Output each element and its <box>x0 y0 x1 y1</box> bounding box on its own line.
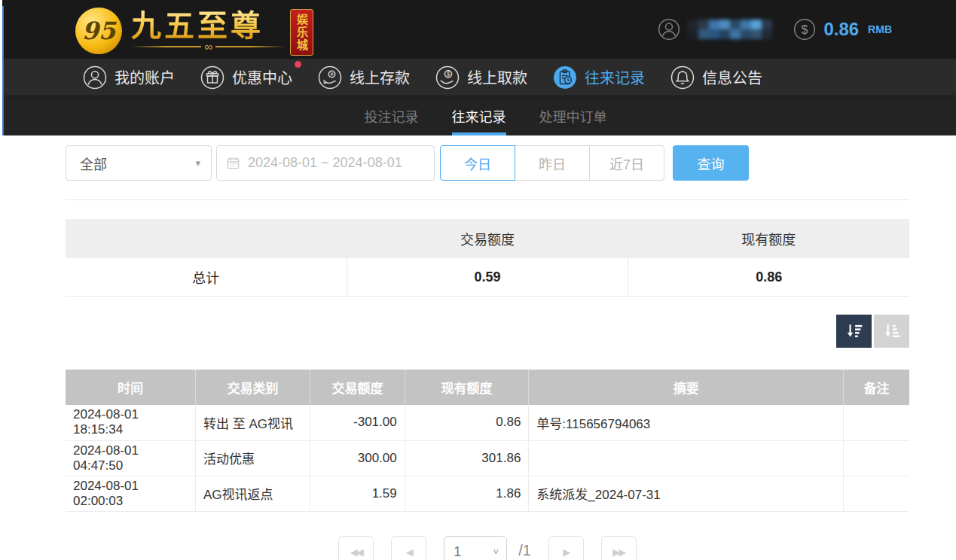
last7days-button[interactable]: 近7日 <box>589 145 664 181</box>
nav-label: 线上存款 <box>350 66 410 88</box>
nav-item-my-account[interactable]: 我的账户 <box>83 65 175 90</box>
gift-icon <box>200 65 224 90</box>
cell-note <box>844 405 909 440</box>
records-icon <box>553 65 577 90</box>
cell-amount: 1.59 <box>310 476 405 511</box>
user-circle-icon <box>83 65 107 90</box>
type-select-value: 全部 <box>80 154 107 173</box>
quick-date-buttons: 今日 昨日 近7日 <box>440 145 664 181</box>
summary-transaction-amount: 0.59 <box>347 258 629 296</box>
svg-text:¥: ¥ <box>329 71 334 78</box>
notification-dot <box>295 61 301 68</box>
cell-note <box>844 476 909 511</box>
nav-item-promotions[interactable]: 优惠中心 <box>200 65 292 90</box>
chevron-down-icon: ˅ <box>493 546 499 558</box>
today-button[interactable]: 今日 <box>440 145 515 181</box>
cell-summary: 单号:115656794063 <box>529 405 844 440</box>
type-select[interactable]: 全部 ▾ <box>66 145 212 181</box>
cell-summary: 系统派发_2024-07-31 <box>529 476 844 511</box>
prev-page-button[interactable]: ◀ <box>391 536 426 560</box>
logo-emblem-icon: 95 <box>75 8 122 54</box>
date-range-input[interactable]: 2024-08-01 ~ 2024-08-01 <box>216 145 435 181</box>
user-icon <box>658 18 680 41</box>
nav-label: 优惠中心 <box>232 66 292 88</box>
table-row: 2024-08-01 04:47:50 活动优惠 300.00 301.86 <box>66 440 909 476</box>
logo-text: 九五至尊 ∞ <box>131 9 286 50</box>
bell-icon <box>670 65 695 90</box>
sort-ascending-button[interactable] <box>874 315 909 348</box>
content-area: 全部 ▾ 2024-08-01 ~ 2024-08-01 今日 昨日 近7日 <box>0 135 956 560</box>
main-nav: 我的账户 优惠中心 ¥ 线上存款 <box>0 59 956 96</box>
balance-amount: 0.86 <box>823 19 859 40</box>
cell-type: AG视讯返点 <box>195 476 310 511</box>
nav-item-withdraw[interactable]: $ 线上取款 <box>435 65 527 90</box>
header-balance: 现有额度 <box>405 370 529 405</box>
table-row: 2024-08-01 18:15:34 转出 至 AG视讯 -301.00 0.… <box>66 405 909 440</box>
summary-header-current: 现有额度 <box>628 219 909 258</box>
dollar-icon: $ <box>793 18 816 41</box>
summary-current-amount: 0.86 <box>628 258 909 296</box>
tab-betting-records[interactable]: 投注记录 <box>365 96 419 135</box>
summary-header-row: 交易额度 现有额度 <box>66 219 909 258</box>
next-page-button[interactable]: ▶ <box>548 536 584 560</box>
records-header-row: 时间 交易类别 交易额度 现有额度 摘要 备注 <box>66 370 909 405</box>
record-subtabs: 投注记录 往来记录 处理中订单 <box>0 96 956 135</box>
svg-text:$: $ <box>447 70 451 78</box>
nav-label: 信息公告 <box>702 66 762 88</box>
header-amount: 交易额度 <box>310 370 405 405</box>
summary-table: 交易额度 现有额度 总计 0.59 0.86 <box>66 219 909 297</box>
cell-time: 2024-08-01 02:00:03 <box>66 476 195 511</box>
site-title: 九五至尊 <box>131 9 286 42</box>
cell-summary <box>529 440 844 476</box>
cell-time: 2024-08-01 18:15:34 <box>66 405 195 440</box>
records-table: 时间 交易类别 交易额度 现有额度 摘要 备注 2024-08-01 18:15… <box>66 370 909 512</box>
withdraw-icon: $ <box>435 65 460 90</box>
divider <box>66 199 909 200</box>
sort-desc-icon <box>845 321 864 341</box>
cell-note <box>844 440 909 476</box>
deposit-icon: ¥ <box>318 65 342 90</box>
svg-text:$: $ <box>802 23 808 36</box>
site-logo[interactable]: 95 九五至尊 ∞ 娱乐城 <box>75 3 313 56</box>
header-summary: 摘要 <box>529 370 844 405</box>
cell-balance: 301.86 <box>405 440 529 476</box>
balance-currency: RMB <box>868 23 892 35</box>
header-type: 交易类别 <box>195 370 310 405</box>
tab-pending-orders[interactable]: 处理中订单 <box>539 96 607 135</box>
nav-item-deposit[interactable]: ¥ 线上存款 <box>318 65 410 90</box>
search-button[interactable]: 查询 <box>673 145 749 181</box>
page: 95 九五至尊 ∞ 娱乐城 <box>0 0 956 560</box>
page-select-value: 1 <box>454 544 461 560</box>
username-redacted <box>688 20 772 39</box>
cell-amount: 300.00 <box>310 440 405 476</box>
logo-badge: 娱乐城 <box>290 9 313 56</box>
summary-total-row: 总计 0.59 0.86 <box>66 258 909 297</box>
first-page-button[interactable]: ◀◀ <box>338 536 374 560</box>
cell-amount: -301.00 <box>310 405 405 440</box>
balance[interactable]: $ 0.86 RMB <box>793 18 892 41</box>
last-page-button[interactable]: ▶▶ <box>601 536 637 560</box>
summary-header-transaction: 交易额度 <box>347 219 628 258</box>
nav-label: 往来记录 <box>585 66 645 88</box>
nav-item-announcements[interactable]: 信息公告 <box>670 65 762 90</box>
cell-type: 活动优惠 <box>195 440 310 476</box>
tab-transaction-records[interactable]: 往来记录 <box>452 96 506 135</box>
yesterday-button[interactable]: 昨日 <box>515 145 590 181</box>
summary-header-empty <box>66 219 347 258</box>
sort-asc-icon <box>882 321 902 341</box>
filter-bar: 全部 ▾ 2024-08-01 ~ 2024-08-01 今日 昨日 近7日 <box>66 145 909 181</box>
cell-balance: 0.86 <box>405 405 529 440</box>
table-row: 2024-08-01 02:00:03 AG视讯返点 1.59 1.86 系统派… <box>66 476 909 511</box>
cell-type: 转出 至 AG视讯 <box>195 405 310 440</box>
date-range-value: 2024-08-01 ~ 2024-08-01 <box>248 155 402 171</box>
pagination: ◀◀ ◀ 1 ˅ /1 ▶ ▶▶ <box>66 536 909 560</box>
nav-label: 线上取款 <box>467 66 527 88</box>
page-select[interactable]: 1 ˅ <box>444 536 507 560</box>
cell-balance: 1.86 <box>405 476 529 511</box>
page-total: /1 <box>518 542 531 559</box>
logo-flourish-icon: ∞ <box>131 43 286 50</box>
sort-descending-button[interactable] <box>836 315 872 348</box>
user-account[interactable] <box>658 18 772 41</box>
nav-item-transaction-records[interactable]: 往来记录 <box>553 65 645 90</box>
window-left-edge-line <box>2 6 4 135</box>
